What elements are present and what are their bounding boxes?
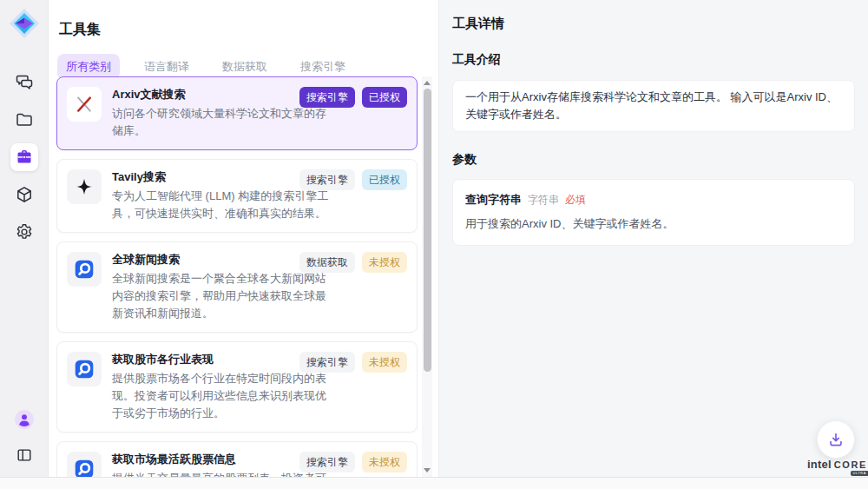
sidebar-item-tools[interactable] — [10, 143, 38, 171]
scroll-up-arrow[interactable] — [424, 81, 431, 85]
panel-layout-icon — [16, 446, 33, 464]
window-bottom-strip — [0, 477, 868, 489]
category-badge: 搜索引擎 — [299, 169, 355, 190]
sidebar-item-settings[interactable] — [10, 218, 38, 246]
tool-card-list: Arxiv文献搜索 访问各个研究领域大量科学论文和文章的存储库。 搜索引擎 已授… — [56, 76, 418, 477]
auth-status-badge: 已授权 — [362, 169, 407, 190]
tool-list-panel: 工具集 所有类别 语言翻译 数据获取 搜索引擎 Arxiv文献搜索 访问各个研究… — [49, 0, 438, 477]
download-icon — [826, 430, 845, 449]
chat-icon — [15, 73, 34, 92]
tool-description: 提供股票市场各个行业在特定时间段内的表现。投资者可以利用这些信息来识别表现优于或… — [112, 370, 334, 422]
intro-card: 一个用于从Arxiv存储库搜索科学论文和文章的工具。 输入可以是Arxiv ID… — [452, 80, 855, 132]
tool-detail-panel: 工具详情 工具介绍 一个用于从Arxiv存储库搜索科学论文和文章的工具。 输入可… — [438, 0, 868, 477]
blue-search-logo-icon — [67, 352, 102, 387]
collapse-panel-button[interactable] — [10, 441, 38, 469]
user-avatar[interactable] — [10, 406, 38, 433]
app-logo-icon — [8, 7, 41, 40]
params-heading: 参数 — [452, 152, 855, 168]
blue-search-logo-icon — [67, 452, 102, 477]
sidebar-item-models[interactable] — [10, 181, 38, 208]
gear-icon — [15, 222, 34, 241]
tool-card-tavily[interactable]: Tavily搜索 专为人工智能代理 (LLM) 构建的搜索引擎工具，可快速提供实… — [56, 159, 418, 233]
sidebar-bottom — [10, 406, 38, 469]
list-scrollbar[interactable] — [422, 76, 432, 477]
sidebar-item-files[interactable] — [10, 106, 38, 134]
sidebar — [0, 0, 49, 477]
sidebar-nav — [10, 69, 38, 246]
intel-brand-text: intel — [807, 458, 832, 471]
param-type: 字符串 — [528, 193, 559, 208]
download-button[interactable] — [817, 420, 855, 459]
scroll-down-arrow[interactable] — [424, 468, 431, 472]
arxiv-logo-icon — [67, 87, 102, 122]
auth-status-badge: 未授权 — [362, 452, 407, 472]
blue-search-logo-icon — [67, 252, 102, 287]
intel-core-logo: intel CORE ULTRA — [807, 458, 867, 471]
tavily-sparkle-icon — [67, 169, 102, 204]
tool-description: 全球新闻搜索是一个聚合全球各大新闻网站内容的搜索引擎，帮助用户快速获取全球最新资… — [112, 270, 334, 322]
page-title: 工具集 — [49, 0, 438, 39]
tool-card-sector-performance[interactable]: 获取股市各行业表现 提供股票市场各个行业在特定时间段内的表现。投资者可以利用这些… — [56, 341, 418, 433]
category-badge: 搜索引擎 — [299, 87, 355, 108]
cube-icon — [15, 185, 34, 204]
tool-card-most-active-stocks[interactable]: 获取市场最活跃股票信息 提供当天交易量最高的股票列表，投资者可以利用这些信息来识… — [56, 441, 418, 477]
auth-status-badge: 未授权 — [362, 352, 407, 373]
category-badge: 搜索引擎 — [299, 352, 355, 373]
detail-title: 工具详情 — [452, 16, 855, 32]
sidebar-item-chat[interactable] — [10, 69, 38, 96]
param-name: 查询字符串 — [465, 192, 522, 208]
tool-description: 访问各个研究领域大量科学论文和文章的存储库。 — [112, 105, 334, 140]
category-badge: 搜索引擎 — [299, 452, 355, 472]
toolbox-icon — [15, 148, 34, 167]
intro-heading: 工具介绍 — [452, 52, 855, 68]
param-card: 查询字符串 字符串 必填 用于搜索的Arxiv ID、关键字或作者姓名。 — [452, 179, 855, 246]
tool-card-global-news[interactable]: 全球新闻搜索 全球新闻搜索是一个聚合全球各大新闻网站内容的搜索引擎，帮助用户快速… — [56, 241, 418, 333]
intel-ultra-badge: ULTRA — [851, 471, 868, 476]
param-required-flag: 必填 — [565, 193, 586, 208]
category-badge: 数据获取 — [299, 252, 355, 273]
scrollbar-thumb[interactable] — [424, 89, 431, 372]
auth-status-badge: 已授权 — [362, 87, 407, 108]
core-brand-text: CORE — [834, 459, 867, 470]
folder-icon — [15, 110, 34, 129]
param-description: 用于搜索的Arxiv ID、关键字或作者姓名。 — [465, 216, 842, 232]
user-icon — [14, 409, 35, 430]
auth-status-badge: 未授权 — [362, 252, 407, 273]
tool-description: 专为人工智能代理 (LLM) 构建的搜索引擎工具，可快速提供实时、准确和真实的结… — [112, 188, 334, 222]
tool-card-arxiv[interactable]: Arxiv文献搜索 访问各个研究领域大量科学论文和文章的存储库。 搜索引擎 已授… — [56, 76, 418, 150]
